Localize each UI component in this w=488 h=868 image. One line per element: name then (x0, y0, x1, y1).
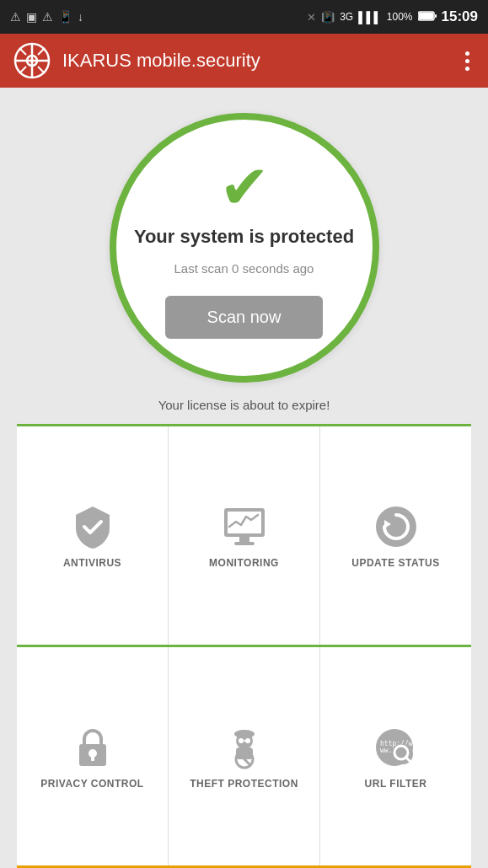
monitoring-cell[interactable]: MONITORING (169, 426, 320, 645)
svg-line-8 (19, 48, 26, 55)
svg-rect-1 (419, 13, 433, 19)
status-bar-left: ⚠ ▣ ⚠ 📱 ↓ (10, 10, 83, 24)
grid-row-1: ANTIVIRUS MONITORING (17, 424, 471, 645)
protection-status-text: Your system is protected (134, 226, 354, 248)
url-filter-cell[interactable]: http://w ww. URL FILTER (320, 647, 471, 865)
svg-rect-2 (435, 14, 437, 18)
update-status-label: UPDATE STATUS (351, 557, 440, 569)
image-icon: ▣ (26, 10, 37, 24)
svg-rect-13 (228, 512, 261, 533)
signal-bars-icon: ▌▌▌ (358, 11, 382, 24)
url-filter-icon: http://w ww. (373, 724, 420, 771)
warning-icon: ⚠ (10, 10, 21, 24)
status-time: 15:09 (442, 8, 478, 25)
antivirus-label: ANTIVIRUS (63, 557, 121, 569)
status-bar-right: ✕ 📳 3G ▌▌▌ 100% 15:09 (307, 8, 478, 25)
url-filter-label: URL FILTER (365, 778, 427, 790)
svg-point-26 (239, 738, 244, 743)
update-status-cell[interactable]: UPDATE STATUS (320, 426, 471, 645)
download-icon: ↓ (78, 10, 83, 24)
theft-protection-cell[interactable]: THEFT PROTECTION (169, 647, 320, 865)
svg-point-7 (30, 59, 34, 62)
app-logo-icon (13, 42, 51, 79)
privacy-control-label: PRIVACY CONTROL (40, 778, 143, 790)
antivirus-icon (69, 503, 116, 550)
svg-line-11 (38, 67, 45, 73)
checkmark-icon: ✔ (219, 157, 270, 217)
svg-line-10 (19, 67, 26, 73)
status-bar: ⚠ ▣ ⚠ 📱 ↓ ✕ 📳 3G ▌▌▌ 100% 15:09 (0, 0, 488, 34)
vibrate-icon: 📳 (321, 11, 335, 24)
monitoring-icon (221, 503, 268, 550)
last-scan-text: Last scan 0 seconds ago (174, 261, 314, 276)
app-title: IKARUS mobile.security (62, 50, 460, 72)
svg-rect-15 (234, 542, 255, 545)
svg-point-27 (245, 738, 250, 743)
svg-point-16 (376, 506, 416, 547)
svg-text:ww.: ww. (380, 747, 392, 754)
svg-rect-20 (91, 756, 94, 761)
svg-point-23 (234, 730, 255, 738)
update-status-icon (373, 503, 420, 550)
device-icon: 📱 (58, 10, 72, 24)
protection-status-circle: ✔ Your system is protected Last scan 0 s… (110, 113, 379, 383)
bluetooth-icon: ✕ (307, 11, 316, 24)
svg-line-9 (38, 48, 45, 55)
app-bar: IKARUS mobile.security (0, 34, 488, 88)
privacy-control-icon (69, 724, 116, 771)
grid-row-2: PRIVACY CONTROL (17, 645, 471, 868)
license-warning-text: Your license is about to expire! (158, 398, 330, 412)
network-3g-label: 3G (340, 11, 353, 23)
feature-grid: ANTIVIRUS MONITORING (17, 424, 471, 868)
antivirus-cell[interactable]: ANTIVIRUS (17, 426, 169, 645)
privacy-control-cell[interactable]: PRIVACY CONTROL (17, 647, 169, 865)
scan-now-button[interactable]: Scan now (165, 296, 324, 339)
alert-triangle-icon: ⚠ (42, 10, 53, 24)
battery-percent: 100% (387, 11, 413, 23)
overflow-menu-button[interactable] (460, 46, 475, 76)
svg-rect-14 (239, 537, 249, 542)
battery-icon (418, 10, 437, 24)
main-content: ✔ Your system is protected Last scan 0 s… (0, 88, 488, 868)
theft-protection-label: THEFT PROTECTION (190, 778, 298, 790)
monitoring-label: MONITORING (209, 557, 279, 569)
theft-protection-icon (221, 724, 268, 771)
